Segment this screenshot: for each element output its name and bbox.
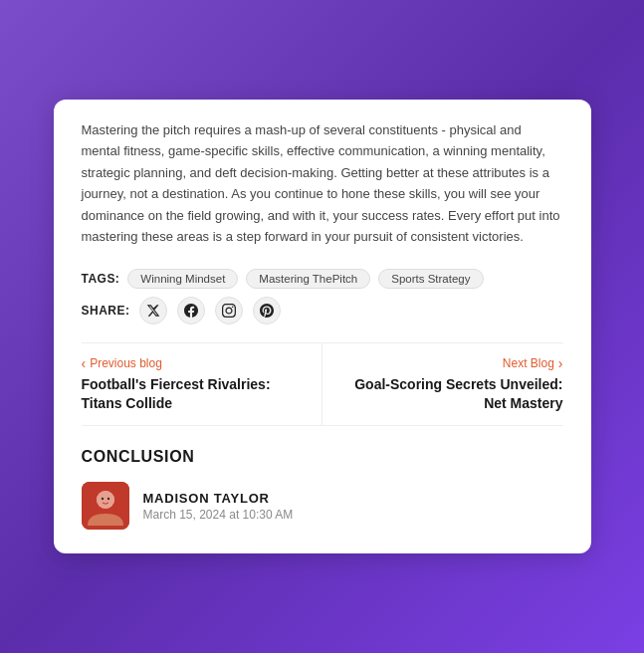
next-blog-title[interactable]: Goal-Scoring Secrets Unveiled: Net Maste… [338,375,563,413]
tag-mastering-pitch[interactable]: Mastering ThePitch [246,269,370,289]
pinterest-icon[interactable] [253,297,281,325]
previous-blog-title[interactable]: Football's Fiercest Rivalries: Titans Co… [82,375,307,413]
svg-point-2 [97,491,114,509]
right-arrow-icon: › [558,355,563,371]
next-blog-label[interactable]: Next Blog › [503,355,563,371]
avatar [82,482,129,530]
tag-sports-strategy[interactable]: Sports Strategy [378,269,483,289]
svg-point-3 [101,498,103,500]
conclusion-heading: CONCLUSION [82,448,563,466]
author-date: March 15, 2024 at 10:30 AM [143,508,294,522]
author-info: MADISON TAYLOR March 15, 2024 at 10:30 A… [143,491,294,522]
author-name: MADISON TAYLOR [143,491,294,506]
previous-blog-nav[interactable]: ‹ Previous blog Football's Fiercest Riva… [82,343,323,425]
previous-blog-label[interactable]: ‹ Previous blog [82,355,307,371]
tags-label: TAGS: [82,272,120,286]
blog-card: Mastering the pitch requires a mash-up o… [54,100,591,553]
left-arrow-icon: ‹ [82,355,87,371]
tag-winning-mindset[interactable]: Winning Mindset [127,269,238,289]
twitter-x-icon[interactable] [139,297,167,325]
next-blog-nav[interactable]: Next Blog › Goal-Scoring Secrets Unveile… [322,343,563,425]
facebook-icon[interactable] [177,297,205,325]
article-body: Mastering the pitch requires a mash-up o… [82,119,563,248]
tags-section: TAGS: Winning Mindset Mastering ThePitch… [82,269,484,289]
author-row: MADISON TAYLOR March 15, 2024 at 10:30 A… [82,482,563,530]
conclusion-section: CONCLUSION MADISON TAYLOR [82,448,563,530]
blog-navigation: ‹ Previous blog Football's Fiercest Riva… [82,342,563,426]
share-section: SHARE: [82,297,282,325]
share-label: SHARE: [82,304,130,318]
instagram-icon[interactable] [215,297,243,325]
tags-share-row: TAGS: Winning Mindset Mastering ThePitch… [82,269,563,325]
svg-point-4 [107,498,108,500]
